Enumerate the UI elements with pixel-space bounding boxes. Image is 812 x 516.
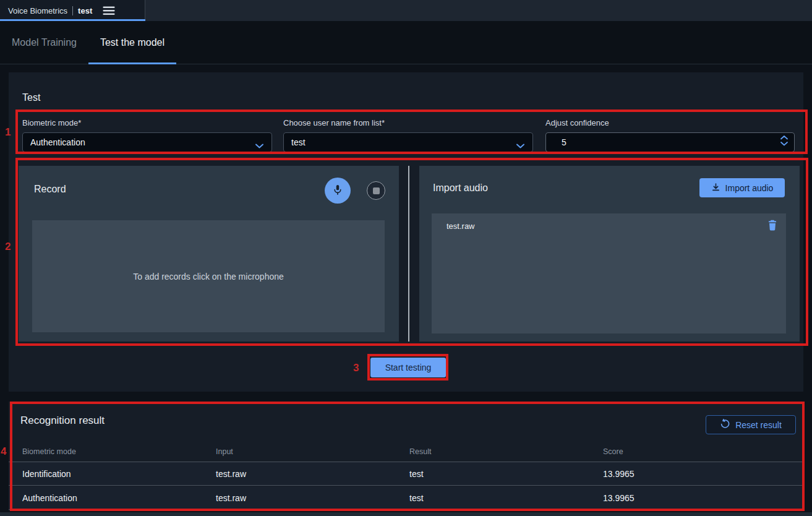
records-empty-area: To add records click on the microphone bbox=[32, 220, 385, 332]
tab-model-training[interactable]: Model Training bbox=[0, 21, 88, 64]
file-name: test.raw bbox=[447, 221, 475, 231]
spinner-down-icon bbox=[780, 142, 788, 146]
tab-test-the-model[interactable]: Test the model bbox=[88, 21, 176, 64]
imported-files-list: test.raw bbox=[432, 213, 786, 333]
user-name-value: test bbox=[291, 137, 306, 147]
import-audio-button-label: Import audio bbox=[725, 183, 774, 193]
user-name-select[interactable]: test bbox=[283, 132, 533, 152]
reset-icon bbox=[720, 419, 730, 431]
confidence-label: Adjust confidence bbox=[545, 118, 795, 127]
menu-icon[interactable] bbox=[103, 6, 115, 15]
confidence-field: Adjust confidence 5 bbox=[545, 118, 795, 152]
bottom-panel-edge bbox=[0, 512, 812, 516]
column-header-result: Result bbox=[409, 447, 431, 456]
stop-record-button[interactable] bbox=[367, 181, 385, 200]
cell-result: test bbox=[409, 493, 424, 503]
biometric-mode-label: Biometric mode* bbox=[22, 118, 272, 127]
microphone-icon bbox=[331, 183, 344, 199]
titlebar: Voice Biometrics test bbox=[0, 0, 812, 21]
biometric-mode-value: Authentication bbox=[30, 137, 85, 147]
import-audio-title: Import audio bbox=[433, 183, 488, 194]
cell-biometric-mode: Identification bbox=[22, 469, 71, 479]
column-header-biometric-mode: Biometric mode bbox=[22, 447, 76, 456]
stop-icon bbox=[373, 187, 380, 194]
import-audio-panel: Import audio Import audio test.raw bbox=[419, 166, 800, 342]
records-hint: To add records click on the microphone bbox=[133, 272, 284, 282]
recognition-result-title: Recognition result bbox=[20, 415, 105, 427]
test-section: Test Biometric mode* Authentication Choo… bbox=[9, 72, 803, 392]
reset-result-label: Reset result bbox=[735, 420, 782, 430]
trash-icon bbox=[767, 223, 777, 233]
user-name-field: Choose user name from list* test bbox=[283, 118, 533, 152]
reset-result-button[interactable]: Reset result bbox=[706, 415, 796, 434]
user-name-label: Choose user name from list* bbox=[283, 118, 533, 127]
cell-input: test.raw bbox=[216, 493, 246, 503]
record-microphone-button[interactable] bbox=[325, 178, 351, 204]
column-header-input: Input bbox=[216, 447, 233, 456]
record-panel: Record To add records click on the micro… bbox=[19, 166, 399, 342]
download-icon bbox=[711, 183, 720, 194]
biometric-mode-select[interactable]: Authentication bbox=[22, 132, 272, 152]
table-row: Identification test.raw test 13.9965 bbox=[9, 462, 803, 486]
cell-score: 13.9965 bbox=[603, 469, 635, 479]
app-title: Voice Biometrics bbox=[8, 6, 67, 15]
recognition-result-section: Recognition result Reset result Biometri… bbox=[9, 402, 803, 511]
panels-divider bbox=[408, 166, 409, 342]
chevron-down-icon bbox=[255, 140, 263, 150]
file-row: test.raw bbox=[432, 213, 786, 238]
number-spinner[interactable] bbox=[780, 135, 788, 146]
chevron-down-icon bbox=[516, 140, 524, 150]
start-testing-button[interactable]: Start testing bbox=[370, 358, 446, 377]
import-audio-button[interactable]: Import audio bbox=[699, 178, 785, 197]
cell-result: test bbox=[409, 469, 424, 479]
confidence-input[interactable]: 5 bbox=[545, 132, 795, 152]
spinner-up-icon bbox=[780, 135, 788, 140]
cell-input: test.raw bbox=[216, 469, 246, 479]
cell-score: 13.9965 bbox=[603, 493, 635, 503]
biometric-mode-field: Biometric mode* Authentication bbox=[22, 118, 272, 152]
title-separator bbox=[72, 6, 73, 15]
record-title: Record bbox=[34, 184, 66, 195]
column-header-score: Score bbox=[603, 447, 623, 456]
app-screen: Voice Biometrics test Model Training Tes… bbox=[0, 0, 812, 516]
test-section-title: Test bbox=[22, 92, 40, 103]
confidence-value: 5 bbox=[562, 137, 566, 147]
table-row: Authentication test.raw test 13.9965 bbox=[9, 486, 803, 510]
delete-file-button[interactable] bbox=[767, 220, 778, 232]
session-name: test bbox=[78, 6, 92, 15]
session-tab[interactable]: Voice Biometrics test bbox=[0, 0, 145, 21]
annotation-label-4: 4 bbox=[1, 445, 6, 458]
cell-biometric-mode: Authentication bbox=[22, 493, 77, 503]
tab-bar: Model Training Test the model bbox=[0, 21, 812, 64]
